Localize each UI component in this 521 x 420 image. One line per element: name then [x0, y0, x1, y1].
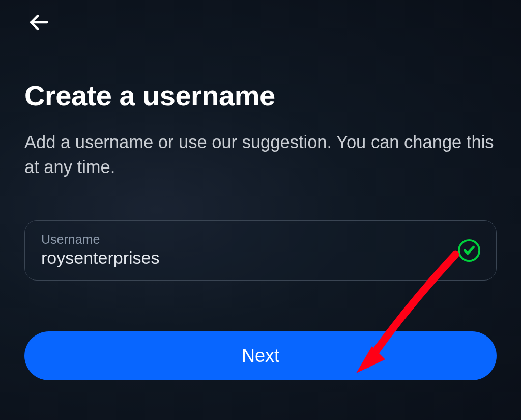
next-button[interactable]: Next	[24, 331, 497, 380]
username-label: Username	[41, 232, 450, 247]
username-input[interactable]	[41, 248, 450, 268]
valid-check-icon	[457, 239, 481, 262]
page-subtitle: Add a username or use our suggestion. Yo…	[24, 130, 497, 180]
back-button[interactable]	[26, 10, 51, 35]
main-container: Create a username Add a username or use …	[0, 0, 521, 380]
page-title: Create a username	[24, 79, 497, 112]
username-field-wrapper[interactable]: Username	[24, 220, 497, 281]
arrow-left-icon	[27, 11, 50, 34]
next-button-label: Next	[242, 345, 279, 367]
